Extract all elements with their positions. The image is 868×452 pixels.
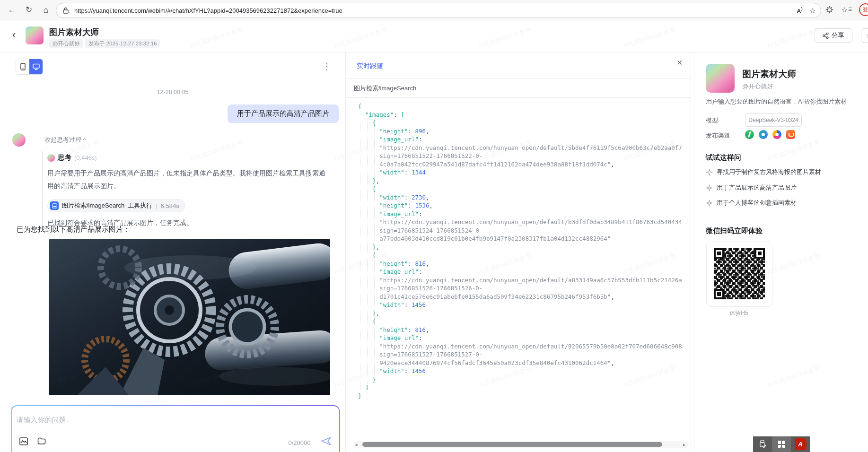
url-text: https://yuanqi.tencent.com/webim/#/chat/…: [74, 7, 342, 14]
refresh-icon[interactable]: ↻: [23, 4, 35, 16]
channel-tencent-docs-icon[interactable]: [772, 130, 781, 139]
system-tray: A: [753, 436, 810, 452]
image-search-tool-icon: [50, 201, 59, 210]
tab-realtime-follow[interactable]: 实时跟随: [357, 62, 383, 70]
send-button[interactable]: [321, 436, 332, 446]
lock-icon: [63, 7, 69, 14]
tracker-section-label: 图片检索/imageSearch: [354, 84, 416, 93]
think-text: 用户需要用于产品展示的高清产品图片，但未指定具体产品类型。我将使用图片检索工具搜…: [47, 167, 327, 192]
close-icon[interactable]: ×: [677, 57, 683, 68]
product-result-image[interactable]: [49, 239, 330, 395]
desktop-view-button[interactable]: [29, 59, 43, 74]
login-avatar[interactable]: 登: [859, 3, 868, 16]
wechat-qr-title: 微信扫码立即体验: [706, 226, 763, 235]
model-value: DeepSeek-V3-0324: [745, 113, 802, 127]
think-avatar-icon: [47, 154, 55, 162]
more-options-icon[interactable]: ⋮: [323, 61, 331, 72]
favorite-star-icon[interactable]: ☆: [809, 6, 816, 15]
suggestion-item[interactable]: 寻找用于制作复古风格海报的图片素材: [706, 168, 821, 176]
author-badge: @开心就好: [49, 39, 83, 48]
tool-execution-pill[interactable]: 图片检索/imageSearch 工具执行 | 6.584s: [47, 199, 185, 212]
scrollbar-thumb[interactable]: [362, 442, 662, 447]
chat-input-container: 请输入你的问题。 0/20000: [11, 405, 340, 452]
qr-code-box: [706, 242, 772, 307]
sidebar-agent-title: 图片素材大师: [742, 68, 796, 80]
attach-image-icon[interactable]: [19, 437, 28, 445]
chat-panel-border: [345, 52, 346, 452]
scroll-right-icon[interactable]: ▸: [683, 442, 686, 448]
suggestion-item[interactable]: 用于产品展示的高清产品图片: [706, 183, 797, 192]
favorites-hub-icon[interactable]: ☆☰: [841, 6, 851, 14]
agent-header: ‹ 图片素材大师 @开心就好 发布于 2025-12-27 23:32:16 分…: [0, 20, 868, 52]
channels-label: 发布渠道: [706, 131, 730, 140]
attach-file-icon[interactable]: [37, 437, 46, 445]
channel-app-store-icon[interactable]: [786, 130, 795, 139]
publish-date-badge: 发布于 2025-12-27 23:32:16: [85, 39, 160, 48]
think-title: 思考: [58, 153, 71, 162]
mobile-view-button[interactable]: [16, 59, 29, 74]
header-divider: [0, 52, 868, 52]
address-bar[interactable]: https://yuanqi.tencent.com/webim/#/chat/…: [56, 3, 821, 18]
page-title: 图片素材大师: [49, 26, 99, 38]
tool-duration: 6.584s: [161, 202, 179, 209]
device-toggle: [16, 59, 43, 75]
char-counter: 0/20000: [289, 439, 311, 446]
home-icon[interactable]: ⌂: [40, 4, 52, 16]
pdf-app-icon[interactable]: A: [791, 436, 810, 452]
qr-caption: 体验H5: [706, 309, 772, 317]
app-window: ← ↻ ⌂ https://yuanqi.tencent.com/webim/#…: [0, 0, 868, 452]
share-button[interactable]: 分享: [815, 28, 852, 43]
think-duration: (0.446s): [74, 154, 97, 161]
monitor-icon: [33, 63, 40, 70]
collapse-think-toggle[interactable]: 收起思考过程 ^: [44, 136, 86, 144]
sidebar-agent-description: 用户输入想要的图片的自然语言，AI帮你找图片素材: [706, 97, 862, 106]
chat-timestamp: 12-28 00:05: [0, 89, 345, 96]
windows-store-icon[interactable]: [772, 436, 791, 452]
answer-heading: 已为您找到以下高清产品展示图片：: [17, 225, 130, 234]
tool-name: 图片检索/imageSearch: [62, 201, 124, 210]
sidebar-agent-author: @开心就好: [742, 82, 773, 91]
model-label: 模型: [706, 116, 718, 125]
spark-icon: [706, 184, 713, 191]
think-block: 思考 (0.446s) 用户需要用于产品展示的高清产品图片，但未指定具体产品类型…: [42, 151, 337, 227]
assistant-avatar: [12, 133, 26, 147]
spark-icon: [706, 169, 713, 176]
channel-qq-browser-icon[interactable]: [759, 130, 768, 139]
spark-icon: [706, 200, 713, 207]
chat-input[interactable]: 请输入你的问题。: [17, 416, 73, 425]
code-block: { "images": [ { "height": 896, "image_ur…: [358, 102, 682, 400]
agent-avatar: [26, 26, 44, 44]
collect-star-icon: ☆: [866, 32, 868, 39]
user-message-bubble: 用于产品展示的高清产品图片: [228, 104, 339, 123]
sidebar-border: [694, 52, 694, 452]
read-aloud-icon[interactable]: A): [797, 7, 803, 15]
collect-button[interactable]: ☆: [861, 28, 868, 43]
back-chevron-icon[interactable]: ‹: [12, 29, 16, 41]
publish-channels: [745, 130, 795, 139]
browser-essentials-icon[interactable]: [825, 6, 833, 14]
qr-code: [714, 248, 765, 299]
share-label: 分享: [832, 31, 844, 40]
phone-icon: [20, 63, 26, 70]
try-ask-title: 试试这样问: [706, 153, 741, 162]
scroll-left-icon[interactable]: ◂: [355, 442, 358, 448]
sidebar-agent-avatar: [706, 64, 735, 93]
back-icon[interactable]: ←: [6, 4, 18, 16]
tool-action: 工具执行: [128, 201, 152, 210]
usb-eject-icon[interactable]: [753, 436, 772, 452]
suggestion-item[interactable]: 用于个人博客的创意插画素材: [706, 199, 797, 207]
browser-toolbar: ← ↻ ⌂ https://yuanqi.tencent.com/webim/#…: [0, 0, 868, 20]
share-icon: [823, 33, 829, 39]
channel-yuanbao-icon[interactable]: [745, 130, 754, 139]
tracker-panel-border: [691, 52, 691, 452]
